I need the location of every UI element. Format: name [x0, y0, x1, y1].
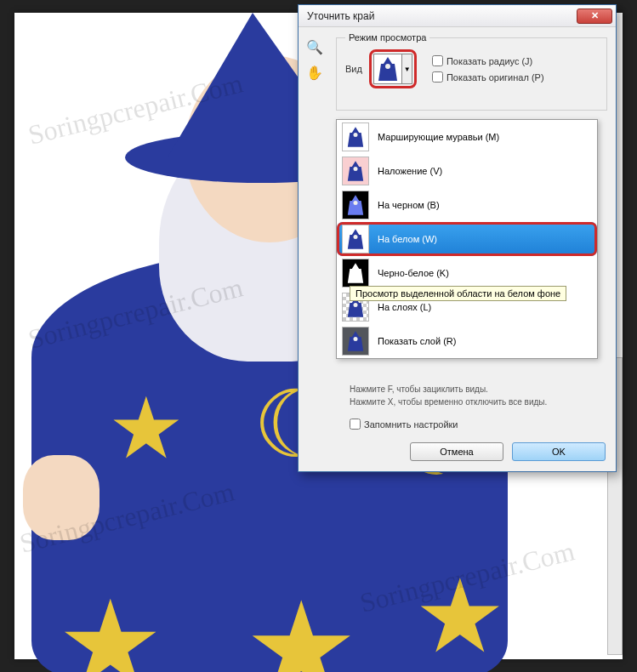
view-option-label: Наложение (V): [378, 166, 442, 176]
view-label: Вид: [345, 64, 362, 74]
show-radius-checkbox[interactable]: Показать радиус (J): [432, 55, 544, 66]
dialog-title: Уточнить край: [307, 10, 577, 22]
view-option-on-black[interactable]: На черном (B): [337, 188, 597, 222]
remember-settings-checkbox[interactable]: Запомнить настройки: [350, 419, 458, 430]
cancel-button-label: Отмена: [440, 447, 473, 457]
view-option-reveal-layer[interactable]: Показать слой (R): [337, 324, 597, 358]
tooltip: Просмотр выделенной области на белом фон…: [350, 286, 566, 301]
view-option-label: На белом (W): [378, 234, 437, 244]
svg-point-4: [354, 235, 358, 239]
show-radius-label: Показать радиус (J): [446, 56, 532, 66]
refine-edge-dialog: Уточнить край ✕ 🔍 ✋ Режим просмотра Вид …: [298, 4, 617, 472]
remember-settings-label: Запомнить настройки: [364, 419, 458, 430]
view-option-black-white[interactable]: Черно-белое (K): [337, 256, 597, 290]
hint-disable: Нажмите X, чтобы временно отключить все …: [350, 396, 547, 408]
view-mode-dropdown: Марширующие муравьи (M) Наложение (V) На…: [336, 119, 598, 359]
svg-point-6: [354, 337, 358, 341]
zoom-tool-icon[interactable]: 🔍: [305, 37, 324, 56]
view-option-on-white[interactable]: На белом (W): [337, 222, 597, 256]
view-option-label: Черно-белое (K): [378, 268, 449, 278]
svg-point-1: [354, 133, 358, 137]
ok-button-label: OK: [552, 447, 566, 457]
view-option-label: На слоях (L): [378, 302, 431, 312]
close-icon: ✕: [591, 10, 599, 21]
close-button[interactable]: ✕: [577, 9, 612, 24]
view-option-label: Марширующие муравьи (M): [378, 132, 499, 142]
ok-button[interactable]: OK: [512, 442, 606, 461]
show-original-label: Показать оригинал (P): [446, 72, 544, 83]
hand-tool-icon[interactable]: ✋: [305, 63, 324, 82]
show-original-checkbox[interactable]: Показать оригинал (P): [432, 71, 544, 83]
view-preview-thumb[interactable]: [373, 54, 402, 84]
wizard-thumb-icon: [347, 127, 364, 147]
svg-point-2: [354, 167, 358, 171]
hint-cycle: Нажмите F, чтобы зациклить виды.: [350, 383, 547, 396]
view-option-label: На черном (B): [378, 200, 440, 210]
remember-settings-input[interactable]: [350, 419, 361, 430]
show-original-input[interactable]: [432, 71, 443, 83]
view-option-overlay[interactable]: Наложение (V): [337, 154, 597, 188]
show-radius-input[interactable]: [432, 55, 443, 66]
cycle-hints: Нажмите F, чтобы зациклить виды. Нажмите…: [350, 383, 547, 408]
cancel-button[interactable]: Отмена: [410, 442, 503, 461]
view-option-label: Показать слой (R): [378, 336, 456, 346]
wizard-thumb-icon: [347, 161, 364, 181]
view-mode-fieldset: Режим просмотра Вид ▼ Показать радиус (J…: [336, 32, 607, 111]
view-mode-legend: Режим просмотра: [345, 32, 429, 43]
wizard-thumb-icon: [347, 195, 364, 215]
wizard-thumb-icon: [347, 331, 364, 351]
svg-point-3: [354, 201, 358, 205]
wizard-thumb-icon: [347, 229, 364, 249]
svg-point-0: [385, 64, 390, 69]
view-dropdown-arrow[interactable]: ▼: [402, 54, 412, 84]
wizard-thumb-icon: [378, 57, 398, 81]
view-option-marching-ants[interactable]: Марширующие муравьи (M): [337, 120, 597, 154]
titlebar[interactable]: Уточнить край ✕: [299, 5, 616, 27]
svg-point-5: [354, 303, 358, 307]
wizard-thumb-icon: [347, 263, 364, 283]
callout-view-preview: ▼: [369, 49, 417, 88]
